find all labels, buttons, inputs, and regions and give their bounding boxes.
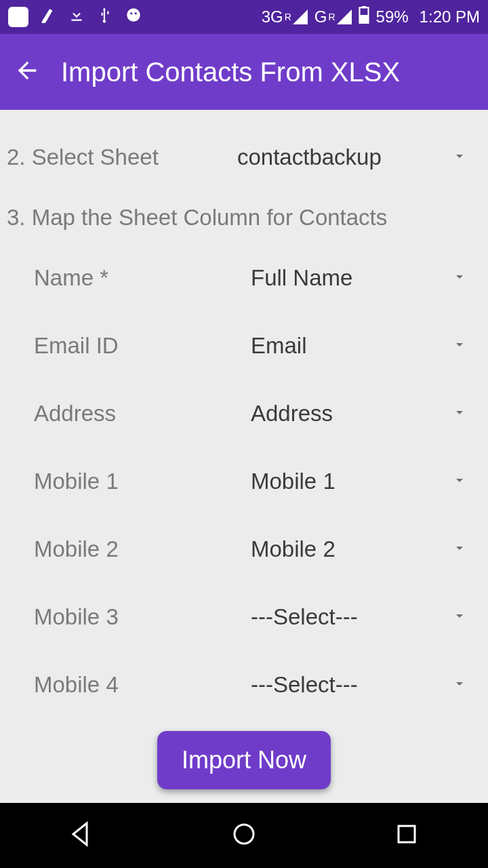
signal-icon-2	[337, 9, 352, 24]
select-sheet-label: 2. Select Sheet	[7, 144, 237, 170]
nav-home-icon[interactable]	[228, 818, 260, 853]
field-label: Address	[7, 401, 251, 427]
field-row-address: Address Address	[7, 380, 481, 448]
chevron-down-icon	[451, 148, 468, 167]
field-dropdown-email[interactable]: Email	[251, 333, 481, 359]
select-sheet-row: 2. Select Sheet contactbackup	[7, 123, 481, 191]
field-label: Mobile 4	[7, 672, 251, 698]
svg-rect-5	[361, 6, 366, 8]
field-value: Email	[251, 333, 307, 359]
chevron-down-icon	[451, 540, 468, 559]
field-value: ---Select---	[251, 672, 358, 698]
field-row-email: Email ID Email	[7, 312, 481, 380]
signal-icon-1	[293, 9, 308, 24]
select-sheet-dropdown[interactable]: contactbackup	[237, 144, 481, 170]
app-bar: Import Contacts From XLSX	[0, 34, 488, 110]
svg-point-0	[127, 8, 140, 22]
field-value: Mobile 1	[251, 469, 336, 494]
svg-rect-7	[399, 826, 415, 842]
svg-rect-4	[359, 15, 368, 24]
field-value: Address	[251, 401, 333, 427]
chevron-down-icon	[451, 608, 468, 627]
field-row-mobile3: Mobile 3 ---Select---	[7, 583, 481, 651]
content: 2. Select Sheet contactbackup 3. Map the…	[0, 110, 488, 803]
select-sheet-value: contactbackup	[237, 144, 382, 170]
field-value: Full Name	[251, 265, 352, 291]
status-right: 3GR GR 59% 1:20 PM	[262, 6, 480, 28]
download-icon	[68, 6, 85, 28]
chevron-down-icon	[451, 472, 468, 492]
field-dropdown-mobile1[interactable]: Mobile 1	[251, 469, 481, 494]
usb-icon	[96, 6, 114, 28]
field-dropdown-name[interactable]: Full Name	[251, 265, 481, 291]
field-dropdown-mobile4[interactable]: ---Select---	[251, 672, 481, 698]
back-icon[interactable]	[14, 57, 41, 87]
import-now-button[interactable]: Import Now	[157, 731, 331, 789]
notification-icon	[8, 7, 28, 27]
svg-point-2	[135, 12, 137, 14]
debug-icon	[125, 6, 142, 28]
field-label: Mobile 1	[7, 469, 251, 494]
page-title: Import Contacts From XLSX	[61, 57, 400, 87]
status-bar: 3GR GR 59% 1:20 PM	[0, 0, 488, 34]
svg-point-1	[130, 12, 132, 14]
battery-icon	[359, 6, 369, 28]
field-dropdown-address[interactable]: Address	[251, 401, 481, 427]
field-row-mobile4: Mobile 4 ---Select---	[7, 651, 481, 719]
battery-percent: 59%	[376, 7, 409, 26]
status-left	[8, 6, 142, 28]
field-label: Mobile 2	[7, 536, 251, 562]
field-value: Mobile 2	[251, 536, 336, 562]
network-g: GR	[314, 7, 352, 26]
nav-recent-icon[interactable]	[390, 818, 423, 853]
field-value: ---Select---	[251, 604, 358, 630]
field-dropdown-mobile2[interactable]: Mobile 2	[251, 536, 481, 562]
field-row-mobile1: Mobile 1 Mobile 1	[7, 448, 481, 515]
chevron-down-icon	[451, 336, 468, 356]
field-row-mobile2: Mobile 2 Mobile 2	[7, 515, 481, 583]
field-label: Mobile 3	[7, 604, 251, 630]
chevron-down-icon	[451, 404, 468, 424]
map-columns-label: 3. Map the Sheet Column for Contacts	[7, 191, 481, 244]
network-3g: 3GR	[262, 7, 308, 26]
field-label: Name *	[7, 265, 251, 291]
chevron-down-icon	[451, 269, 468, 288]
chevron-down-icon	[451, 675, 468, 695]
svg-point-6	[235, 825, 253, 844]
field-row-name: Name * Full Name	[7, 244, 481, 312]
clock: 1:20 PM	[420, 7, 480, 26]
nav-back-icon[interactable]	[65, 818, 98, 853]
field-dropdown-mobile3[interactable]: ---Select---	[251, 604, 481, 630]
field-label: Email ID	[7, 333, 251, 359]
android-nav-bar	[0, 803, 488, 868]
cleaner-icon	[39, 6, 57, 28]
